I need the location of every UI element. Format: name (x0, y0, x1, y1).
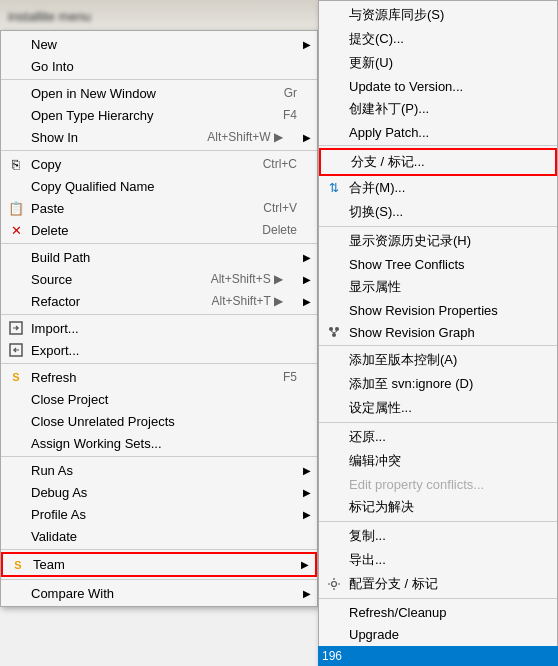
switch-label: 切换(S)... (349, 203, 403, 221)
run-as-label: Run As (31, 463, 73, 478)
merge-icon: ⇅ (325, 181, 343, 195)
create-patch-label: 创建补丁(P)... (349, 100, 429, 118)
svn-menu-item-show-revision-graph[interactable]: Show Revision Graph (319, 321, 557, 343)
svn-menu-item-edit-property-conflicts: Edit property conflicts... (319, 473, 557, 495)
svn-menu-item-switch[interactable]: 切换(S)... (319, 200, 557, 224)
menu-item-close-unrelated[interactable]: Close Unrelated Projects (1, 410, 317, 432)
refresh-label: Refresh (31, 370, 77, 385)
svn-menu-item-copy[interactable]: 复制... (319, 524, 557, 548)
menu-item-run-as[interactable]: Run As (1, 459, 317, 481)
svn-menu-item-branch-tag[interactable]: 分支 / 标记... (319, 148, 557, 176)
svn-menu-item-sync[interactable]: 与资源库同步(S) (319, 3, 557, 27)
svn-menu-item-set-properties[interactable]: 设定属性... (319, 396, 557, 420)
menu-item-copy-qualified[interactable]: Copy Qualified Name (1, 175, 317, 197)
top-blur-area: installite menu (0, 0, 320, 32)
refresh-icon: S (7, 371, 25, 383)
profile-as-label: Profile As (31, 507, 86, 522)
svn-menu-item-create-patch[interactable]: 创建补丁(P)... (319, 97, 557, 121)
menu-separator (1, 150, 317, 151)
svn-menu-item-add-to-vcs[interactable]: 添加至版本控制(A) (319, 348, 557, 372)
menu-separator (1, 314, 317, 315)
menu-separator (319, 422, 557, 423)
menu-item-debug-as[interactable]: Debug As (1, 481, 317, 503)
source-label: Source (31, 272, 72, 287)
menu-item-open-new-window[interactable]: Open in New WindowGr (1, 82, 317, 104)
menu-item-paste[interactable]: 📋PasteCtrl+V (1, 197, 317, 219)
menu-item-show-in[interactable]: Show InAlt+Shift+W ▶ (1, 126, 317, 148)
menu-item-refresh[interactable]: SRefreshF5 (1, 366, 317, 388)
status-bar-text: 196 (322, 649, 342, 663)
svn-menu-item-configure-branch-tag[interactable]: 配置分支 / 标记 (319, 572, 557, 596)
menu-item-build-path[interactable]: Build Path (1, 246, 317, 268)
configure-branch-tag-icon (325, 577, 343, 591)
svn-menu-item-revert[interactable]: 还原... (319, 425, 557, 449)
menu-item-compare-with[interactable]: Compare With (1, 582, 317, 604)
top-blur-text: installite menu (8, 9, 91, 24)
menu-item-source[interactable]: SourceAlt+Shift+S ▶ (1, 268, 317, 290)
update-to-version-label: Update to Version... (349, 79, 463, 94)
menu-item-go-into[interactable]: Go Into (1, 55, 317, 77)
svn-menu-item-upgrade[interactable]: Upgrade (319, 623, 557, 645)
menu-item-validate[interactable]: Validate (1, 525, 317, 547)
svn-menu-item-apply-patch[interactable]: Apply Patch... (319, 121, 557, 143)
svn-menu-item-show-revision-properties[interactable]: Show Revision Properties (319, 299, 557, 321)
right-svn-submenu: 与资源库同步(S)提交(C)...更新(U)Update to Version.… (318, 0, 558, 666)
show-revision-graph-icon (325, 325, 343, 339)
export-label: Export... (31, 343, 79, 358)
menu-separator (319, 226, 557, 227)
svn-menu-item-mark-resolved[interactable]: 标记为解决 (319, 495, 557, 519)
refresh-cleanup-label: Refresh/Cleanup (349, 605, 447, 620)
copy-label: Copy (31, 157, 61, 172)
menu-item-refactor[interactable]: RefactorAlt+Shift+T ▶ (1, 290, 317, 312)
menu-item-delete[interactable]: ✕DeleteDelete (1, 219, 317, 241)
menu-separator (1, 363, 317, 364)
open-type-hierarchy-label: Open Type Hierarchy (31, 108, 154, 123)
menu-item-new[interactable]: New (1, 33, 317, 55)
svg-point-4 (332, 333, 336, 337)
menu-item-profile-as[interactable]: Profile As (1, 503, 317, 525)
svn-menu-item-commit[interactable]: 提交(C)... (319, 27, 557, 51)
menu-item-copy[interactable]: ⎘CopyCtrl+C (1, 153, 317, 175)
svn-menu-item-add-to-svnignore[interactable]: 添加至 svn:ignore (D) (319, 372, 557, 396)
apply-patch-label: Apply Patch... (349, 125, 429, 140)
compare-with-label: Compare With (31, 586, 114, 601)
menu-separator (1, 579, 317, 580)
menu-item-export[interactable]: Export... (1, 339, 317, 361)
upgrade-label: Upgrade (349, 627, 399, 642)
left-context-menu: NewGo IntoOpen in New WindowGrOpen Type … (0, 30, 318, 607)
menu-item-open-type-hierarchy[interactable]: Open Type HierarchyF4 (1, 104, 317, 126)
svg-point-3 (335, 327, 339, 331)
svn-menu-item-refresh-cleanup[interactable]: Refresh/Cleanup (319, 601, 557, 623)
menu-item-close-project[interactable]: Close Project (1, 388, 317, 410)
svn-menu-item-show-tree-conflicts[interactable]: Show Tree Conflicts (319, 253, 557, 275)
svn-menu-item-show-history[interactable]: 显示资源历史记录(H) (319, 229, 557, 253)
show-history-label: 显示资源历史记录(H) (349, 232, 471, 250)
svn-menu-item-export-svn[interactable]: 导出... (319, 548, 557, 572)
menu-item-team[interactable]: STeam (1, 552, 317, 577)
assign-working-sets-label: Assign Working Sets... (31, 436, 162, 451)
menu-separator (1, 549, 317, 550)
source-shortcut: Alt+Shift+S ▶ (181, 272, 297, 286)
set-properties-label: 设定属性... (349, 399, 412, 417)
team-icon: S (9, 559, 27, 571)
export-svn-label: 导出... (349, 551, 386, 569)
svn-menu-item-edit-conflicts[interactable]: 编辑冲突 (319, 449, 557, 473)
import-icon (7, 321, 25, 335)
debug-as-label: Debug As (31, 485, 87, 500)
export-icon (7, 343, 25, 357)
go-into-label: Go Into (31, 59, 74, 74)
menu-separator (1, 456, 317, 457)
svn-menu-item-merge[interactable]: ⇅合并(M)... (319, 176, 557, 200)
menu-item-import[interactable]: Import... (1, 317, 317, 339)
team-label: Team (33, 557, 65, 572)
show-in-label: Show In (31, 130, 78, 145)
show-revision-properties-label: Show Revision Properties (349, 303, 498, 318)
svn-menu-item-update[interactable]: 更新(U) (319, 51, 557, 75)
menu-separator (319, 345, 557, 346)
svn-menu-item-update-to-version[interactable]: Update to Version... (319, 75, 557, 97)
menu-separator (1, 243, 317, 244)
svn-menu-item-show-properties[interactable]: 显示属性 (319, 275, 557, 299)
menu-item-assign-working-sets[interactable]: Assign Working Sets... (1, 432, 317, 454)
delete-icon: ✕ (7, 223, 25, 238)
update-label: 更新(U) (349, 54, 393, 72)
